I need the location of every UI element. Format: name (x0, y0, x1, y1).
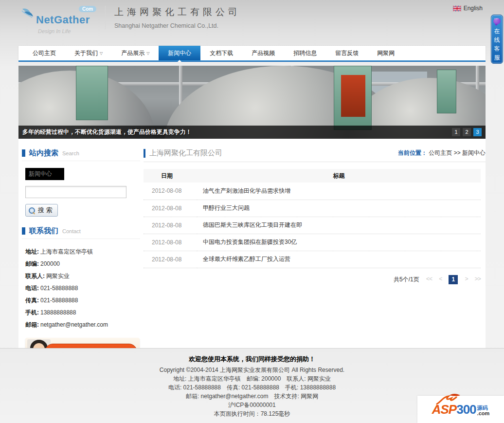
banner-caption: 多年的经营过程中，不断优化货源渠道，使产品价格更具竞争力！ (22, 128, 452, 136)
flame-icon (435, 392, 464, 405)
chevron-down-icon: ▽ (146, 51, 149, 55)
banner-art (76, 66, 108, 120)
column-header-title: 标题 (197, 169, 481, 183)
online-service-tab[interactable]: 在线客服 (491, 15, 503, 64)
search-category-select[interactable]: 新闻中心 (25, 168, 64, 180)
nav-item-label: 关于我们 (74, 49, 98, 57)
contact-subtitle: Contact (62, 228, 81, 234)
search-input[interactable] (25, 186, 126, 198)
search-button-label: 搜 索 (38, 206, 53, 215)
footer-line: Copyright ©2004-2014 上海网聚实业发展有限公司 All Ri… (0, 366, 504, 374)
news-title-link[interactable]: 全球最大纤维素乙醇工厂投入运营 (197, 251, 481, 268)
contact-title: 联系我们 (29, 226, 58, 236)
language-switch-link[interactable]: English (453, 5, 483, 12)
pagination-last-button[interactable]: >> (475, 276, 481, 283)
contact-item-label: 联系人: (25, 273, 45, 279)
pagination-current-page[interactable]: 1 (449, 275, 458, 284)
company-name-cn: 上海网聚化工有限公司 (114, 6, 241, 18)
pagination-first-button[interactable]: << (426, 276, 432, 283)
nav-item-videos[interactable]: 产品视频 (242, 46, 284, 60)
news-date: 2012-08-08 (144, 217, 197, 234)
table-row: 2012-08-08德国巴斯夫三峡库区化工项目开建在即 (144, 217, 481, 234)
news-title-link[interactable]: 德国巴斯夫三峡库区化工项目开建在即 (197, 217, 481, 234)
table-row: 2012-08-08甲醇行业三大问题 (144, 200, 481, 217)
nav-item-label: 产品展示 (121, 49, 144, 57)
search-button[interactable]: 搜 索 (25, 204, 58, 217)
page-title: 上海网聚化工有限公司 (149, 148, 398, 158)
nav-item-label: 文档下载 (210, 49, 233, 57)
nav-item-label: 新闻中心 (168, 49, 191, 57)
main-titlebar: 上海网聚化工有限公司 当前位置： 公司主页 >> 新闻中心 (144, 148, 486, 162)
news-date: 2012-08-08 (144, 183, 197, 200)
nav-item-feedback[interactable]: 留言反馈 (326, 46, 368, 60)
news-date: 2012-08-08 (144, 251, 197, 268)
banner-art (334, 66, 372, 130)
contact-list: 地址:上海市嘉定区华亭镇邮编:200000联系人:网聚实业电话:021-5888… (25, 246, 140, 331)
table-row: 2012-08-08全球最大纤维素乙醇工厂投入运营 (144, 251, 481, 268)
banner-art (341, 75, 365, 117)
news-title-link[interactable]: 甲醇行业三大问题 (197, 200, 481, 217)
main-nav: 公司主页关于我们▽产品展示▽新闻中心文档下载产品视频招聘信息留言反馈网聚网 (18, 46, 486, 60)
watermark-com: .com (477, 411, 490, 416)
logo-tagline: Design In Life (38, 28, 71, 34)
nav-item-netgather[interactable]: 网聚网 (368, 46, 404, 60)
nav-item-label: 留言反馈 (335, 49, 359, 57)
main-panel: 上海网聚化工有限公司 当前位置： 公司主页 >> 新闻中心 日期 标题 2012… (140, 139, 486, 366)
contact-item-label: 手机: (25, 309, 39, 316)
table-row: 2012-08-08油气生产刺激油田化学品需求快增 (144, 183, 481, 200)
language-link-label: English (464, 5, 483, 12)
breadcrumb-path[interactable]: 公司主页 >> 新闻中心 (429, 149, 486, 156)
nav-item-downloads[interactable]: 文档下载 (200, 46, 242, 60)
header: NetGather Com Design In Life 上海网聚化工有限公司 … (18, 0, 486, 46)
contact-item: 传真:021-58888888 (25, 294, 140, 307)
pagination-next-button[interactable]: > (465, 276, 468, 283)
contact-item-value: 021-58888888 (40, 297, 78, 304)
company-name-en: Shanghai Netgather Chemical Co.,Ltd. (114, 22, 241, 29)
contact-item-label: 邮箱: (25, 321, 39, 328)
news-title-link[interactable]: 油气生产刺激油田化学品需求快增 (197, 183, 481, 200)
nav-item-news[interactable]: 新闻中心 (159, 46, 200, 60)
nav-item-label: 公司主页 (33, 49, 56, 57)
nav-item-label: 网聚网 (377, 49, 395, 57)
site-search-subtitle: Search (62, 150, 79, 156)
banner-art (437, 70, 456, 113)
contact-item-value: 200000 (40, 260, 60, 267)
chevron-down-icon: ▽ (100, 51, 103, 55)
contact-item: 邮编:200000 (25, 258, 140, 270)
nav-item-about[interactable]: 关于我们▽ (65, 46, 112, 60)
column-header-date: 日期 (144, 169, 197, 183)
banner-art (179, 66, 182, 105)
pagination-prev-button[interactable]: < (439, 276, 442, 283)
footer-line: 欢迎您使用本系统，我们同样接受您的捐助！ (0, 355, 504, 364)
news-title-link[interactable]: 中国电力投资集团拟在新疆投资30亿 (197, 234, 481, 251)
contact-item-label: 传真: (25, 297, 39, 304)
uk-flag-icon (453, 6, 461, 11)
contact-item-label: 地址: (25, 248, 39, 255)
pagination-summary: 共5个/1页 (394, 276, 419, 284)
nav-item-home[interactable]: 公司主页 (23, 46, 65, 60)
banner-caption-bar: 多年的经营过程中，不断优化货源渠道，使产品价格更具竞争力！ 123 (18, 126, 486, 139)
contact-item: 电话:021-58888888 (25, 282, 140, 294)
logo-text: NetGather (36, 14, 90, 26)
contact-item: 邮箱:netgather@netgather.com (25, 319, 140, 331)
contact-heading: 联系我们 Contact (22, 226, 140, 239)
title-marker (144, 149, 145, 158)
slider-page-2[interactable]: 2 (463, 128, 471, 136)
hero-slider: 多年的经营过程中，不断优化货源渠道，使产品价格更具竞争力！ 123 (18, 66, 486, 139)
online-service-label: 在线客服 (494, 27, 501, 62)
pagination: 共5个/1页 << < 1 > >> (144, 275, 481, 284)
nav-item-products[interactable]: 产品展示▽ (112, 46, 159, 60)
table-row: 2012-08-08中国电力投资集团拟在新疆投资30亿 (144, 234, 481, 251)
page: NetGather Com Design In Life 上海网聚化工有限公司 … (0, 0, 504, 423)
news-date: 2012-08-08 (144, 234, 197, 251)
nav-item-jobs[interactable]: 招聘信息 (284, 46, 326, 60)
contact-item-value: 13888888888 (40, 309, 76, 316)
contact-item-value: netgather@netgather.com (40, 321, 108, 328)
contact-item-value: 网聚实业 (46, 273, 70, 279)
slider-page-3[interactable]: 3 (473, 128, 482, 136)
slider-page-1[interactable]: 1 (452, 128, 460, 136)
contact-item-value: 021-58888888 (40, 285, 78, 292)
breadcrumb: 当前位置： 公司主页 >> 新闻中心 (398, 149, 486, 157)
sidebar: 站内搜索 Search 新闻中心 搜 索 联系我们 Contact 地址:上海市… (18, 139, 140, 366)
contact-item-label: 电话: (25, 285, 39, 292)
